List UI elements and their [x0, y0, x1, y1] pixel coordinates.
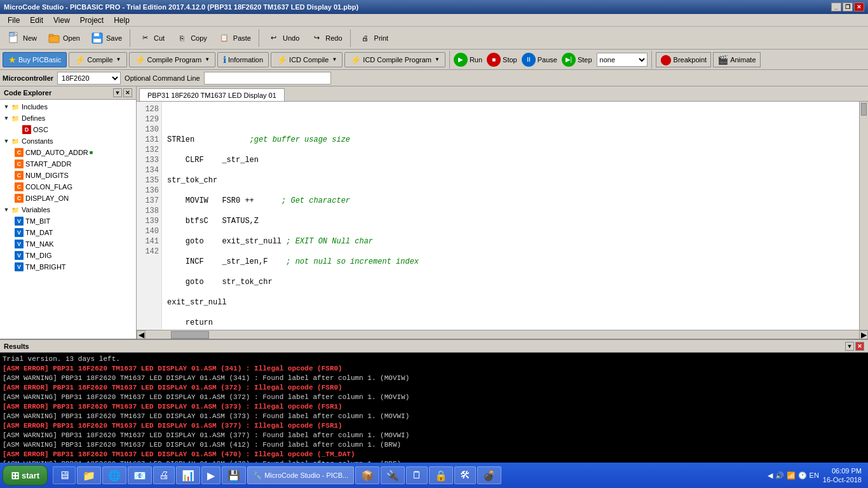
scroll-left-btn[interactable]: ◀ — [137, 330, 146, 339]
taskbar-item-8[interactable]: 📦 — [355, 466, 379, 484]
taskbar-item-3[interactable]: 📧 — [128, 466, 152, 484]
code-line-132: MOVIW FSR0 ++ ; Get character — [167, 196, 854, 206]
scroll-right-btn[interactable]: ▶ — [859, 330, 868, 339]
taskbar-item-9[interactable]: 🔌 — [381, 466, 405, 484]
tree-item-tm-nak[interactable]: V TM_NAK — [0, 238, 136, 250]
tree-item-osc[interactable]: D OSC — [0, 124, 136, 135]
language-icon[interactable]: EN — [810, 471, 819, 479]
print-button[interactable]: 🖨 Print — [354, 29, 393, 47]
tree-item-num-digits[interactable]: C NUM_DIGITS — [0, 170, 136, 181]
taskbar-icon-12: 🛠 — [460, 470, 470, 481]
code-line-136: goto str_tok_chr — [167, 277, 854, 287]
information-button[interactable]: ℹ Information — [217, 52, 269, 67]
tray-arrow-icon[interactable]: ◀ — [768, 471, 773, 480]
minimize-button[interactable]: _ — [831, 3, 841, 11]
tree-item-tm-bright[interactable]: V TM_BRIGHT — [0, 261, 136, 273]
h-scrollbar-thumb[interactable] — [171, 331, 209, 339]
tree-item-variables[interactable]: ▼ 📁 Variables — [0, 204, 136, 215]
taskbar-item-0[interactable]: 🖥 — [53, 466, 76, 484]
pause-button[interactable]: ⏸ — [522, 53, 536, 67]
scroll-track[interactable] — [146, 330, 859, 339]
debug-select[interactable]: none — [597, 53, 648, 67]
menu-help[interactable]: Help — [109, 15, 135, 26]
clock-icon[interactable]: 🕐 — [798, 471, 807, 480]
cut-button[interactable]: ✂ Cut — [133, 29, 169, 47]
network-icon[interactable]: 📶 — [787, 471, 796, 480]
tree-item-cmd-auto-addr[interactable]: C CMD_AUTO_ADDR ■ — [0, 147, 136, 158]
icd-compile-button[interactable]: ⚡ ICD Compile ▼ — [271, 52, 342, 67]
microcontroller-select[interactable]: 18F2620 — [57, 72, 121, 85]
stop-button[interactable]: ■ — [487, 53, 501, 67]
taskbar-item-10[interactable]: 🗒 — [406, 466, 428, 484]
taskbar-icon-8: 📦 — [361, 470, 374, 482]
restore-button[interactable]: ❐ — [843, 3, 853, 11]
icd-compile-program-icon: ⚡ — [350, 55, 361, 65]
tree-item-defines[interactable]: ▼ 📁 Defines — [0, 112, 136, 124]
open-button[interactable]: Open — [43, 29, 85, 47]
breakpoint-button[interactable]: ⬤ Breakpoint — [656, 52, 712, 67]
menu-file[interactable]: File — [3, 15, 25, 26]
defines-folder-icon: 📁 — [10, 113, 20, 123]
compile-button[interactable]: ⚡ Compile ▼ — [69, 52, 126, 67]
volume-icon[interactable]: 🔊 — [775, 471, 784, 480]
paste-icon: 📋 — [217, 31, 231, 45]
new-button[interactable]: New — [3, 29, 41, 47]
tree-item-tm-dig[interactable]: V TM_DIG — [0, 250, 136, 261]
icd-compile-program-button[interactable]: ⚡ ICD Compile Program ▼ — [344, 52, 445, 67]
taskbar-item-13[interactable]: 💣 — [477, 466, 501, 484]
code-line-128 — [167, 114, 854, 125]
tree-item-start-addr[interactable]: C START_ADDR — [0, 158, 136, 170]
editor-scrollbar[interactable] — [859, 102, 868, 330]
step-button[interactable]: ▶| — [562, 53, 576, 67]
menu-edit[interactable]: Edit — [25, 15, 48, 26]
tab-label: PBP31 18F2620 TM1637 LED Display 01 — [147, 92, 276, 99]
close-button[interactable]: ✕ — [854, 3, 864, 11]
horizontal-scrollbar[interactable]: ◀ ▶ — [137, 330, 868, 339]
result-line-2: [ASM WARNING] PBP31 18F2620 TM1637 LED D… — [3, 374, 865, 383]
menu-view[interactable]: View — [48, 15, 75, 26]
tree-item-colon-flag[interactable]: C COLON_FLAG — [0, 181, 136, 193]
explorer-dropdown-btn[interactable]: ▼ — [113, 88, 122, 97]
microcontroller-label: Microcontroller — [3, 74, 53, 82]
taskbar-icon-2: 🌐 — [108, 470, 121, 482]
compile-program-button[interactable]: ⚡ Compile Program ▼ — [129, 52, 216, 67]
tree-item-tm-bit[interactable]: V TM_BIT — [0, 215, 136, 227]
code-editor[interactable]: 128 129 130 131 132 133 134 135 136 137 … — [137, 102, 868, 330]
taskbar-item-5[interactable]: 📊 — [176, 466, 200, 484]
taskbar-item-6[interactable]: ▶ — [201, 466, 220, 484]
tree-item-tm-dat[interactable]: V TM_DAT — [0, 227, 136, 238]
taskbar-item-12[interactable]: 🛠 — [454, 466, 476, 484]
copy-button[interactable]: ⎘ Copy — [170, 29, 212, 47]
taskbar-item-4[interactable]: 🖨 — [153, 466, 175, 484]
scrollbar-thumb[interactable] — [861, 103, 867, 116]
save-button[interactable]: Save — [86, 29, 126, 47]
tree-item-constants[interactable]: ▼ 📁 Constants — [0, 135, 136, 147]
start-button[interactable]: ⊞ start — [3, 465, 48, 485]
print-icon: 🖨 — [358, 31, 372, 45]
code-content[interactable]: STRlen ;get buffer usage size CLRF _str_… — [162, 102, 859, 330]
taskbar-item-11[interactable]: 🔒 — [429, 466, 453, 484]
explorer-close-btn[interactable]: ✕ — [123, 88, 132, 97]
animate-button[interactable]: 🎬 Animate — [713, 52, 760, 67]
redo-button[interactable]: ↪ Redo — [305, 29, 346, 47]
buy-picbasic-button[interactable]: ★ Buy PICBasic — [3, 52, 67, 67]
results-dropdown-btn[interactable]: ▼ — [845, 342, 854, 351]
editor-tab-main[interactable]: PBP31 18F2620 TM1637 LED Display 01 — [139, 88, 285, 101]
paste-button[interactable]: 📋 Paste — [213, 29, 255, 47]
cmd-input[interactable] — [204, 72, 331, 85]
tree-item-display-on[interactable]: C DISPLAY_ON — [0, 193, 136, 204]
taskbar-item-2[interactable]: 🌐 — [102, 466, 126, 484]
constants-folder-icon: 📁 — [10, 136, 20, 146]
taskbar-app-microcode[interactable]: 🔧 MicroCode Studio - PICB... — [247, 466, 354, 484]
copy-icon: ⎘ — [175, 31, 189, 45]
taskbar-item-1[interactable]: 📁 — [77, 466, 101, 484]
menu-project[interactable]: Project — [75, 15, 109, 26]
osc-expand-icon — [14, 126, 22, 133]
animate-icon: 🎬 — [717, 55, 728, 65]
run-button[interactable]: ▶ — [454, 53, 468, 67]
results-close-btn[interactable]: ✕ — [855, 342, 864, 351]
undo-button[interactable]: ↩ Undo — [262, 29, 304, 47]
window-title: MicroCode Studio - PICBASIC PRO - Trial … — [4, 3, 358, 11]
tree-item-includes[interactable]: ▼ 📁 Includes — [0, 101, 136, 112]
taskbar-item-7[interactable]: 💾 — [222, 466, 246, 484]
